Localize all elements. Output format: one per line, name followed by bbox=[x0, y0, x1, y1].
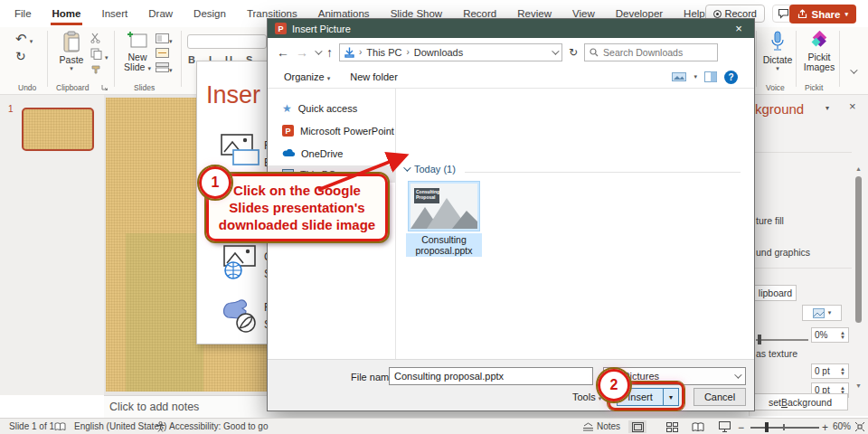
font-name-combobox[interactable] bbox=[187, 34, 267, 49]
address-dropdown-icon[interactable] bbox=[552, 47, 559, 54]
tab-file[interactable]: File bbox=[13, 3, 33, 25]
tab-draw[interactable]: Draw bbox=[146, 3, 175, 25]
search-input[interactable] bbox=[603, 47, 703, 58]
language-indicator[interactable]: English (United States) bbox=[74, 421, 166, 431]
tile-as-texture-clipped[interactable]: as texture bbox=[756, 348, 797, 359]
slide-1-thumbnail[interactable] bbox=[22, 108, 94, 151]
zoom-in-button[interactable]: + bbox=[822, 421, 828, 434]
breadcrumb-this-pc[interactable]: This PC bbox=[366, 47, 401, 58]
hide-background-graphics-clipped[interactable]: und graphics bbox=[756, 247, 810, 258]
refresh-button[interactable]: ↻ bbox=[569, 46, 578, 59]
file-name-input[interactable] bbox=[389, 367, 593, 385]
notes-toggle-button[interactable]: Notes bbox=[597, 421, 620, 431]
transparency-value: 0% bbox=[815, 330, 827, 340]
clipboard-dialog-launcher-icon[interactable] bbox=[101, 84, 108, 91]
share-button[interactable]: Share ▾ bbox=[789, 5, 856, 24]
undo-button[interactable]: ↶ ▾ bbox=[15, 31, 33, 47]
organize-button[interactable]: Organize ▾ bbox=[284, 71, 330, 82]
sidebar-item-onedrive[interactable]: OneDrive bbox=[268, 145, 396, 162]
accessibility-person-icon bbox=[156, 421, 165, 432]
help-button[interactable]: ? bbox=[724, 71, 738, 84]
new-folder-button[interactable]: New folder bbox=[350, 71, 398, 82]
tab-home[interactable]: Home bbox=[51, 3, 83, 25]
scrollbar-thumb[interactable] bbox=[855, 176, 862, 323]
cut-button[interactable] bbox=[90, 33, 101, 45]
zoom-slider-thumb[interactable] bbox=[765, 422, 769, 432]
offset-x-value: 0 pt bbox=[815, 366, 830, 376]
paste-clipboard-icon bbox=[62, 31, 80, 52]
reset-background-button[interactable]: set Background bbox=[752, 393, 848, 410]
powerpoint-window: File Home Insert Draw Design Transitions… bbox=[0, 0, 868, 434]
texture-picker-button[interactable]: ▾ bbox=[802, 305, 842, 321]
slide-counter: Slide 1 of 1 bbox=[9, 421, 54, 431]
slides-group-label: Slides bbox=[134, 83, 155, 92]
panel-scrollbar[interactable]: ▲ ▼ bbox=[854, 165, 863, 389]
format-painter-button[interactable] bbox=[90, 64, 102, 77]
up-button[interactable]: ↑ bbox=[326, 45, 333, 60]
transparency-slider-track[interactable] bbox=[756, 339, 808, 341]
slide-sorter-button[interactable] bbox=[663, 420, 681, 433]
group-header-line bbox=[465, 172, 741, 173]
from-icons-icon[interactable] bbox=[219, 296, 262, 334]
transparency-slider-thumb[interactable] bbox=[758, 335, 761, 344]
tools-menu[interactable]: Tools ▾ bbox=[572, 392, 601, 402]
zoom-out-button[interactable]: − bbox=[738, 421, 744, 434]
format-background-panel: kground ▾ × ture fill und graphics lipbo… bbox=[749, 95, 868, 416]
accessibility-status[interactable]: Accessibility: Good to go bbox=[169, 421, 269, 431]
spin-arrows-icon[interactable]: ▲▼ bbox=[840, 331, 845, 340]
back-button[interactable]: ← bbox=[277, 45, 289, 60]
collapse-ribbon-icon[interactable] bbox=[850, 66, 857, 73]
from-file-icon[interactable] bbox=[221, 134, 262, 166]
section-dropdown-icon: ▾ bbox=[169, 67, 173, 73]
preview-pane-icon[interactable] bbox=[704, 71, 717, 82]
view-dropdown-icon[interactable]: ▾ bbox=[693, 73, 697, 80]
tab-design[interactable]: Design bbox=[192, 3, 228, 25]
panel-close-icon[interactable]: × bbox=[849, 99, 856, 113]
dialog-titlebar[interactable]: P Insert Picture × bbox=[268, 19, 754, 38]
quick-access-star-icon: ★ bbox=[282, 102, 292, 115]
scroll-down-icon[interactable]: ▼ bbox=[854, 382, 863, 389]
panel-dropdown-icon[interactable]: ▾ bbox=[826, 104, 829, 112]
change-view-icon[interactable] bbox=[672, 71, 686, 82]
search-box[interactable] bbox=[584, 43, 718, 61]
scroll-up-icon[interactable]: ▲ bbox=[854, 165, 863, 172]
spell-check-book-icon[interactable] bbox=[54, 422, 66, 431]
texture-swatch-icon bbox=[813, 308, 825, 318]
section-button[interactable]: ▾ bbox=[156, 62, 173, 74]
sidebar-item-powerpoint[interactable]: P Microsoft PowerPoint bbox=[268, 122, 396, 139]
today-group-header[interactable]: Today (1) bbox=[403, 164, 456, 175]
downloads-icon bbox=[344, 47, 354, 58]
address-bar[interactable]: › This PC › Downloads bbox=[339, 43, 562, 61]
dictate-button[interactable]: Dictate ▾ bbox=[762, 31, 793, 72]
undo-group-label: Undo bbox=[18, 83, 36, 92]
pickit-images-button[interactable]: Pickit Images bbox=[801, 31, 837, 72]
copy-icon bbox=[90, 48, 102, 60]
recent-locations-icon[interactable] bbox=[315, 47, 322, 54]
online-pictures-icon[interactable] bbox=[221, 245, 262, 281]
cancel-button[interactable]: Cancel bbox=[693, 388, 746, 406]
slide-layout-button[interactable]: ▾ bbox=[156, 33, 173, 45]
zoom-slider-track[interactable] bbox=[750, 427, 819, 429]
offset-x-spinbox[interactable]: 0 pt ▲▼ bbox=[811, 363, 849, 379]
tab-insert[interactable]: Insert bbox=[99, 3, 129, 25]
paste-button[interactable]: Paste ▾ bbox=[56, 31, 87, 72]
reset-slide-button[interactable] bbox=[156, 48, 169, 60]
sidebar-item-quick-access[interactable]: ★ Quick access bbox=[268, 99, 396, 117]
breadcrumb-downloads[interactable]: Downloads bbox=[414, 47, 463, 58]
zoom-level[interactable]: 60% bbox=[833, 421, 851, 431]
fit-to-window-icon[interactable] bbox=[854, 421, 865, 432]
picture-fill-option-clipped[interactable]: ture fill bbox=[756, 215, 784, 226]
clipboard-source-button[interactable]: lipboard bbox=[754, 285, 797, 301]
normal-view-button[interactable] bbox=[628, 420, 646, 433]
copy-button[interactable]: ▾ bbox=[90, 48, 108, 61]
new-slide-button[interactable]: New Slide ▾ bbox=[121, 31, 154, 73]
repeat-button[interactable]: ↻ bbox=[15, 49, 26, 63]
file-consulting-proposal[interactable]: Consulting Proposal Consulting proposal.… bbox=[406, 181, 482, 257]
transparency-spinbox[interactable]: 0% ▲▼ bbox=[811, 327, 849, 343]
slideshow-button[interactable] bbox=[715, 420, 733, 433]
reading-view-button[interactable] bbox=[689, 420, 707, 433]
forward-button[interactable]: → bbox=[296, 45, 308, 60]
share-button-label: Share bbox=[812, 9, 841, 20]
spin-arrows-icon[interactable]: ▲▼ bbox=[840, 367, 845, 376]
dialog-close-icon[interactable]: × bbox=[731, 22, 747, 35]
